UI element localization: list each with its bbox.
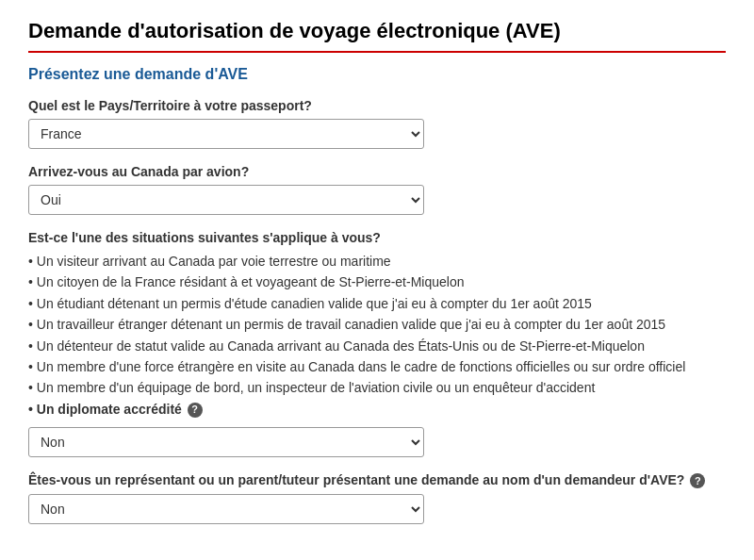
- country-group: Quel est le Pays/Territoire à votre pass…: [28, 98, 726, 149]
- situation-item-5: • Un détenteur de statut valide au Canad…: [28, 336, 726, 356]
- by-plane-label: Arrivez-vous au Canada par avion?: [28, 164, 726, 179]
- by-plane-group: Arrivez-vous au Canada par avion? Oui No…: [28, 164, 726, 215]
- representative-help-icon[interactable]: ?: [690, 473, 705, 488]
- country-label: Quel est le Pays/Territoire à votre pass…: [28, 98, 726, 113]
- situation-item-8: • Un diplomate accrédité ?: [28, 399, 726, 420]
- representative-select[interactable]: Non Oui: [28, 494, 424, 524]
- situations-group: Est-ce l'une des situations suivantes s'…: [28, 230, 726, 457]
- situation-item-2: • Un citoyen de la France résidant à et …: [28, 272, 726, 292]
- representative-group: Êtes-vous un représentant ou un parent/t…: [28, 472, 726, 524]
- situation-item-3: • Un étudiant détenant un permis d'étude…: [28, 293, 726, 314]
- section-title: Présentez une demande d'AVE: [28, 66, 726, 83]
- situation-item-7: • Un membre d'un équipage de bord, un in…: [28, 377, 726, 398]
- diplomate-help-icon[interactable]: ?: [188, 403, 203, 418]
- situation-item-1: • Un visiteur arrivant au Canada par voi…: [28, 251, 726, 272]
- country-select[interactable]: France Allemagne Royaume-Uni Australie A…: [28, 119, 424, 149]
- button-row: Suivant →: [28, 547, 726, 560]
- representative-label: Êtes-vous un représentant ou un parent/t…: [28, 472, 726, 488]
- situations-label: Est-ce l'une des situations suivantes s'…: [28, 230, 726, 245]
- by-plane-select[interactable]: Oui Non: [28, 185, 424, 215]
- situations-list: • Un visiteur arrivant au Canada par voi…: [28, 251, 726, 420]
- situation-item-6: • Un membre d'une force étrangère en vis…: [28, 356, 726, 377]
- situations-select[interactable]: Non Oui: [28, 427, 424, 457]
- page-title: Demande d'autorisation de voyage électro…: [28, 19, 726, 53]
- situation-item-4: • Un travailleur étranger détenant un pe…: [28, 314, 726, 335]
